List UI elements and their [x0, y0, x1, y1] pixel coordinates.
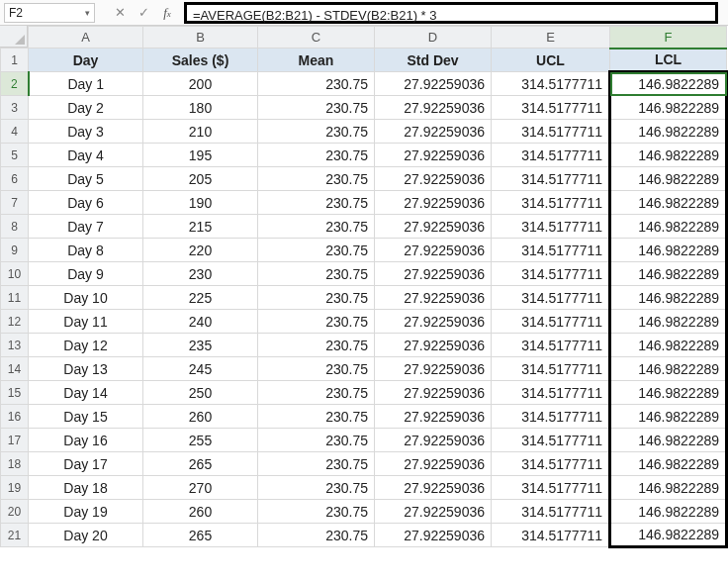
cell-B13[interactable]: 235	[143, 334, 258, 357]
cell-E8[interactable]: 314.5177711	[492, 215, 610, 239]
cell-A7[interactable]: Day 6	[29, 191, 143, 215]
cell-B19[interactable]: 270	[143, 476, 258, 500]
cell-A10[interactable]: Day 9	[29, 262, 143, 286]
row-header-12[interactable]: 12	[1, 310, 29, 334]
cell-F18[interactable]: 146.9822289	[610, 452, 727, 476]
cell-D16[interactable]: 27.92259036	[375, 405, 492, 429]
cell-E11[interactable]: 314.5177711	[492, 286, 610, 310]
cell-E2[interactable]: 314.5177711	[492, 72, 610, 96]
cell-A2[interactable]: Day 1	[29, 72, 143, 96]
cell-B21[interactable]: 265	[143, 524, 258, 547]
cell-D18[interactable]: 27.92259036	[375, 452, 492, 476]
cell-B2[interactable]: 200	[143, 72, 258, 96]
cell-A19[interactable]: Day 18	[29, 476, 143, 500]
select-all-button[interactable]	[0, 26, 28, 48]
row-header-10[interactable]: 10	[1, 262, 29, 286]
cell-D7[interactable]: 27.92259036	[375, 191, 492, 215]
row-header-6[interactable]: 6	[1, 167, 29, 191]
cell-C13[interactable]: 230.75	[258, 334, 375, 357]
cell-C9[interactable]: 230.75	[258, 239, 375, 262]
column-header-A[interactable]: A	[29, 27, 143, 48]
cell-A17[interactable]: Day 16	[29, 429, 143, 452]
row-header-7[interactable]: 7	[1, 191, 29, 215]
cell-D20[interactable]: 27.92259036	[375, 500, 492, 524]
cell-B12[interactable]: 240	[143, 310, 258, 334]
cell-F10[interactable]: 146.9822289	[610, 262, 727, 286]
cell-C7[interactable]: 230.75	[258, 191, 375, 215]
cell-B18[interactable]: 265	[143, 452, 258, 476]
name-box-dropdown-icon[interactable]: ▾	[85, 3, 90, 23]
cell-B17[interactable]: 255	[143, 429, 258, 452]
cell-C17[interactable]: 230.75	[258, 429, 375, 452]
cell-D6[interactable]: 27.92259036	[375, 167, 492, 191]
cell-B3[interactable]: 180	[143, 96, 258, 120]
cell-E5[interactable]: 314.5177711	[492, 144, 610, 167]
row-header-1[interactable]: 1	[1, 48, 29, 72]
cell-E17[interactable]: 314.5177711	[492, 429, 610, 452]
cell-C12[interactable]: 230.75	[258, 310, 375, 334]
row-header-17[interactable]: 17	[1, 429, 29, 452]
cell-D5[interactable]: 27.92259036	[375, 144, 492, 167]
cell-F20[interactable]: 146.9822289	[610, 500, 727, 524]
cell-E6[interactable]: 314.5177711	[492, 167, 610, 191]
column-header-E[interactable]: E	[492, 27, 610, 48]
cell-C15[interactable]: 230.75	[258, 381, 375, 405]
cell-A14[interactable]: Day 13	[29, 357, 143, 381]
cell-D15[interactable]: 27.92259036	[375, 381, 492, 405]
cell-C14[interactable]: 230.75	[258, 357, 375, 381]
cell-F15[interactable]: 146.9822289	[610, 381, 727, 405]
cell-E12[interactable]: 314.5177711	[492, 310, 610, 334]
header-cell-F[interactable]: LCL	[610, 48, 727, 72]
cell-F19[interactable]: 146.9822289	[610, 476, 727, 500]
cell-B7[interactable]: 190	[143, 191, 258, 215]
cell-C2[interactable]: 230.75	[258, 72, 375, 96]
cell-C18[interactable]: 230.75	[258, 452, 375, 476]
cell-D14[interactable]: 27.92259036	[375, 357, 492, 381]
cell-B9[interactable]: 220	[143, 239, 258, 262]
cell-D12[interactable]: 27.92259036	[375, 310, 492, 334]
cell-A21[interactable]: Day 20	[29, 524, 143, 547]
cell-C8[interactable]: 230.75	[258, 215, 375, 239]
header-cell-B[interactable]: Sales ($)	[143, 48, 258, 72]
cell-F12[interactable]: 146.9822289	[610, 310, 727, 334]
cell-A15[interactable]: Day 14	[29, 381, 143, 405]
cell-F3[interactable]: 146.9822289	[610, 96, 727, 120]
header-cell-C[interactable]: Mean	[258, 48, 375, 72]
cell-C3[interactable]: 230.75	[258, 96, 375, 120]
cell-F13[interactable]: 146.9822289	[610, 334, 727, 357]
cell-F8[interactable]: 146.9822289	[610, 215, 727, 239]
cell-A4[interactable]: Day 3	[29, 120, 143, 144]
cell-D13[interactable]: 27.92259036	[375, 334, 492, 357]
cell-A9[interactable]: Day 8	[29, 239, 143, 262]
cell-E13[interactable]: 314.5177711	[492, 334, 610, 357]
cell-D3[interactable]: 27.92259036	[375, 96, 492, 120]
cell-A18[interactable]: Day 17	[29, 452, 143, 476]
cell-E21[interactable]: 314.5177711	[492, 524, 610, 547]
row-header-19[interactable]: 19	[1, 476, 29, 500]
cell-B6[interactable]: 205	[143, 167, 258, 191]
column-header-B[interactable]: B	[143, 27, 258, 48]
fx-icon[interactable]: fx	[160, 5, 174, 21]
row-header-8[interactable]: 8	[1, 215, 29, 239]
cell-D9[interactable]: 27.92259036	[375, 239, 492, 262]
cell-E14[interactable]: 314.5177711	[492, 357, 610, 381]
cell-F17[interactable]: 146.9822289	[610, 429, 727, 452]
cell-D10[interactable]: 27.92259036	[375, 262, 492, 286]
row-header-15[interactable]: 15	[1, 381, 29, 405]
cell-B10[interactable]: 230	[143, 262, 258, 286]
cell-F16[interactable]: 146.9822289	[610, 405, 727, 429]
cell-D11[interactable]: 27.92259036	[375, 286, 492, 310]
row-header-14[interactable]: 14	[1, 357, 29, 381]
cell-B11[interactable]: 225	[143, 286, 258, 310]
cell-A20[interactable]: Day 19	[29, 500, 143, 524]
cell-F4[interactable]: 146.9822289	[610, 120, 727, 144]
cell-C11[interactable]: 230.75	[258, 286, 375, 310]
cell-A16[interactable]: Day 15	[29, 405, 143, 429]
column-header-C[interactable]: C	[258, 27, 375, 48]
row-header-18[interactable]: 18	[1, 452, 29, 476]
cell-B15[interactable]: 250	[143, 381, 258, 405]
cell-C4[interactable]: 230.75	[258, 120, 375, 144]
cell-B4[interactable]: 210	[143, 120, 258, 144]
cell-E18[interactable]: 314.5177711	[492, 452, 610, 476]
header-cell-A[interactable]: Day	[29, 48, 143, 72]
